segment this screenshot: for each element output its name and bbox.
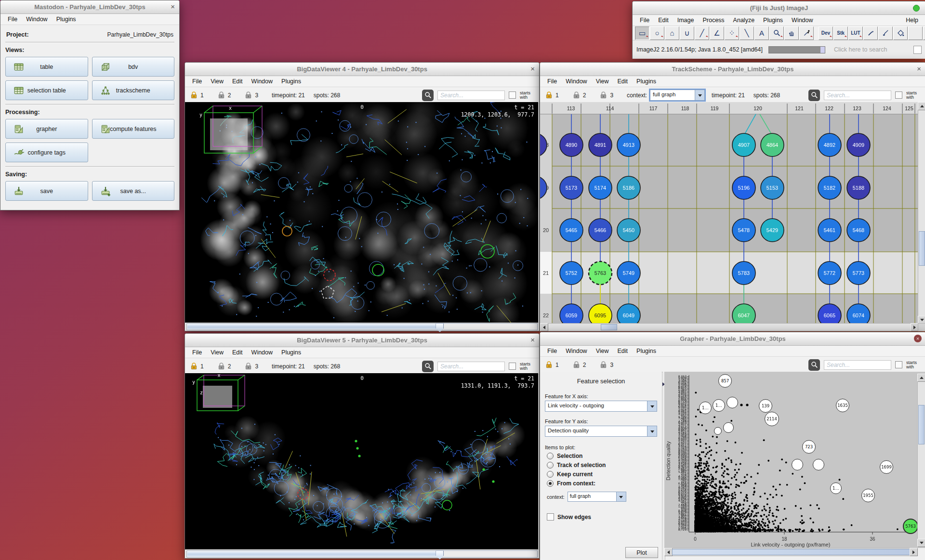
search-icon[interactable]	[808, 359, 820, 371]
menu-item[interactable]: View	[592, 347, 613, 355]
search-icon[interactable]	[422, 90, 434, 101]
plot-annotation-1635[interactable]: 1635	[836, 399, 849, 412]
horizontal-scrollbar[interactable]	[540, 323, 919, 331]
menu-item[interactable]: Plugins	[759, 16, 787, 25]
compute-features-button[interactable]: compute features	[92, 119, 175, 139]
mastodon-title-bar[interactable]: Mastodon - Parhyale_LimbDev_30tps ×	[0, 0, 179, 14]
rectangle-tool[interactable]: ▭	[635, 26, 649, 40]
lock-group-1[interactable]: 1	[545, 91, 559, 99]
grapher-button[interactable]: grapher	[5, 119, 88, 139]
vertical-scrollbar[interactable]	[918, 102, 925, 324]
menu-item[interactable]: Analyze	[729, 16, 759, 25]
time-slider[interactable]	[186, 323, 538, 330]
lock-group-2[interactable]: 2	[217, 91, 231, 99]
lock-group-3[interactable]: 3	[244, 91, 258, 99]
menu-item[interactable]: Edit	[613, 77, 633, 86]
trackscheme-graph[interactable]: 1131141171181191201211221231241251819202…	[540, 102, 918, 323]
lock-group-1[interactable]: 1	[545, 361, 559, 369]
menu-item[interactable]: Edit	[654, 16, 673, 25]
bdv5-viewer-canvas[interactable]	[185, 373, 538, 549]
bdv-button[interactable]: bdv	[92, 57, 175, 77]
stack-tool[interactable]: Stk	[833, 26, 848, 40]
lock-group-1[interactable]: 1	[190, 91, 204, 99]
maximize-icon[interactable]	[913, 5, 920, 12]
plot-annotation-1699[interactable]: 1699	[880, 460, 893, 474]
polygon-tool[interactable]: ⌂	[665, 26, 679, 40]
angle-tool[interactable]: ∠	[710, 26, 724, 40]
radio-selection[interactable]: Selection	[547, 453, 655, 459]
plot-annotation-2114[interactable]: 2114	[765, 412, 779, 426]
zoom-tool[interactable]	[769, 26, 784, 40]
selection-table-button[interactable]: selection table	[5, 80, 88, 100]
menu-item[interactable]: File	[188, 77, 206, 86]
context-dropdown[interactable]: full graph	[568, 492, 626, 502]
plot-annotation-1[interactable]: 1…	[830, 482, 842, 494]
close-icon[interactable]: ×	[914, 335, 922, 342]
trackscheme-button[interactable]: trackscheme	[92, 80, 175, 100]
context-dropdown[interactable]: full graph	[650, 90, 705, 101]
lock-group-1[interactable]: 1	[190, 362, 204, 370]
plot-annotation[interactable]	[813, 459, 824, 470]
search-input[interactable]	[437, 91, 505, 100]
hand-tool[interactable]	[784, 26, 799, 40]
radio-keep-current[interactable]: Keep current	[547, 471, 655, 478]
plot-annotation-139[interactable]: 139	[759, 399, 772, 413]
time-slider[interactable]	[186, 550, 538, 558]
table-button[interactable]: table	[5, 57, 88, 77]
lock-group-2[interactable]: 2	[572, 91, 586, 99]
menu-item[interactable]: File	[635, 16, 654, 25]
plot-annotation-5763[interactable]: 5763	[903, 519, 918, 534]
menu-item[interactable]: File	[3, 15, 22, 24]
starts-with-checkbox[interactable]	[895, 361, 902, 368]
menu-item[interactable]: Window	[787, 16, 817, 25]
search-icon[interactable]	[808, 90, 820, 101]
lock-group-2[interactable]: 2	[572, 361, 586, 369]
show-edges-checkbox[interactable]	[547, 513, 554, 521]
menu-item[interactable]: Image	[673, 16, 699, 25]
vertical-scrollbar[interactable]	[917, 374, 925, 547]
starts-with-checkbox[interactable]	[895, 91, 902, 99]
scrollbar-thumb[interactable]	[919, 231, 925, 266]
menu-item[interactable]: View	[206, 77, 228, 86]
dev-tool[interactable]: Dev	[819, 26, 833, 40]
time-slider-handle[interactable]	[436, 323, 444, 332]
plot-annotation-857[interactable]: 857	[718, 374, 732, 388]
trackscheme-title-bar[interactable]: TrackScheme - Parhyale_LimbDev_30tps ×	[540, 63, 925, 76]
plot-annotation[interactable]	[727, 397, 738, 408]
menu-item[interactable]: View	[206, 348, 228, 357]
configure-tags-button[interactable]: configure tags	[5, 143, 88, 162]
menu-item[interactable]: File	[188, 348, 206, 357]
freehand-tool[interactable]: ∪	[680, 26, 694, 40]
search-icon[interactable]	[422, 361, 434, 372]
wand-tool[interactable]: ╲	[740, 26, 754, 40]
imagej-title-bar[interactable]: (Fiji Is Just) ImageJ	[633, 1, 925, 15]
scroll-left-icon[interactable]	[664, 548, 673, 556]
menu-item[interactable]: Window	[247, 348, 277, 357]
bdv4-viewer-canvas[interactable]	[185, 102, 538, 323]
bdv5-title-bar[interactable]: BigDataViewer 5 - Parhyale_LimbDev_30tps…	[185, 334, 539, 347]
close-icon[interactable]: ×	[530, 336, 535, 343]
save-button[interactable]: save	[5, 181, 88, 201]
radio-track-of-selection[interactable]: Track of selection	[547, 462, 655, 469]
starts-with-checkbox[interactable]	[509, 363, 516, 370]
horizontal-scrollbar[interactable]	[664, 548, 918, 556]
search-input[interactable]	[824, 360, 891, 370]
point-tool[interactable]: ⁘	[725, 26, 739, 40]
menu-item[interactable]: Plugins	[632, 77, 661, 86]
scroll-up-icon[interactable]	[917, 374, 925, 382]
y-feature-dropdown[interactable]: Detection quality	[545, 426, 657, 437]
plot-annotation[interactable]	[723, 422, 734, 433]
scrollbar-thumb[interactable]	[601, 324, 617, 330]
dropper-tool[interactable]	[799, 26, 814, 40]
menu-item[interactable]: File	[543, 347, 561, 355]
lock-group-2[interactable]: 2	[217, 362, 231, 370]
grapher-title-bar[interactable]: Grapher - Parhyale_LimbDev_30tps ×	[540, 332, 925, 346]
menu-item[interactable]: Plugins	[52, 15, 80, 24]
menu-item[interactable]: Help	[901, 16, 923, 25]
search-input[interactable]	[824, 91, 891, 100]
menu-item[interactable]: Plugins	[277, 77, 305, 86]
lock-group-3[interactable]: 3	[244, 362, 258, 370]
oval-tool[interactable]: ○	[650, 26, 664, 40]
plot-button[interactable]: Plot	[625, 547, 658, 558]
plot-annotation-1[interactable]: 1…	[713, 399, 725, 412]
